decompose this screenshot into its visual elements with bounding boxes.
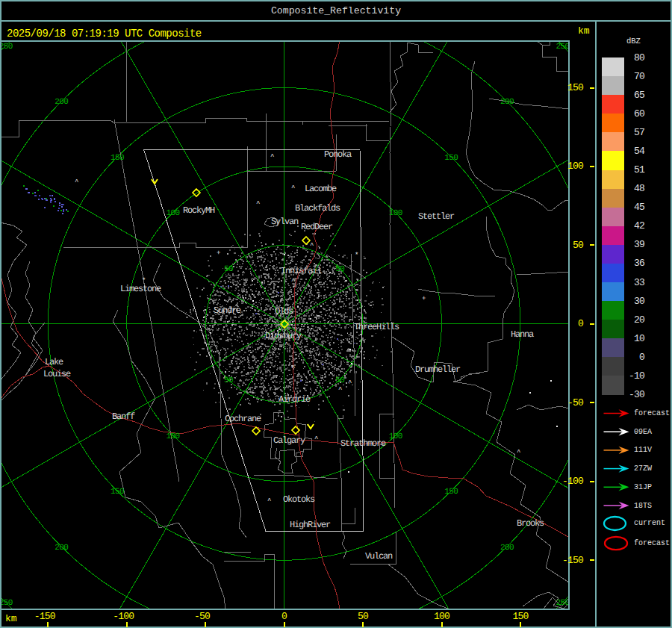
svg-text:100: 100	[166, 209, 179, 218]
svg-text:200: 200	[55, 98, 68, 107]
svg-text:*: *	[142, 277, 146, 285]
svg-text:Banff: Banff	[112, 411, 135, 422]
svg-text:^: ^	[291, 184, 295, 192]
svg-text:200: 200	[500, 98, 514, 107]
svg-text:250: 250	[556, 599, 569, 608]
svg-text:Louise: Louise	[43, 369, 71, 379]
svg-text:HighRiver: HighRiver	[290, 520, 331, 530]
svg-text:^: ^	[256, 200, 260, 208]
svg-text:+: +	[217, 249, 220, 257]
svg-text:*: *	[355, 252, 358, 259]
svg-text:^: ^	[291, 364, 295, 372]
svg-text:50: 50	[335, 376, 344, 385]
svg-text:Sylvan: Sylvan	[271, 217, 299, 227]
svg-text:^: ^	[291, 278, 295, 285]
svg-text:Stettler: Stettler	[418, 211, 455, 222]
svg-text:^: ^	[270, 153, 274, 161]
svg-text:^: ^	[310, 242, 314, 249]
svg-text:150: 150	[444, 154, 458, 163]
svg-text:Airdrie: Airdrie	[279, 394, 311, 405]
svg-text:Calgary: Calgary	[273, 435, 305, 446]
svg-text:250: 250	[0, 43, 13, 52]
svg-text:Sundre: Sundre	[214, 305, 241, 316]
svg-text:^: ^	[267, 497, 271, 505]
svg-text:Okotoks: Okotoks	[283, 494, 315, 505]
svg-text:ThreeHills: ThreeHills	[354, 322, 399, 332]
svg-text:50: 50	[224, 376, 233, 385]
svg-text:Blackfalds: Blackfalds	[295, 203, 340, 214]
svg-text:RedDeer: RedDeer	[301, 222, 333, 232]
svg-text:Lake: Lake	[45, 357, 63, 367]
svg-text:50: 50	[224, 265, 233, 274]
svg-text:Drumheller: Drumheller	[415, 364, 461, 375]
svg-text:^: ^	[284, 341, 288, 349]
svg-text:^: ^	[75, 178, 78, 186]
svg-text:^: ^	[348, 379, 352, 387]
svg-text:200: 200	[500, 544, 514, 553]
svg-text:Brooks: Brooks	[517, 518, 544, 529]
svg-text:Limestone: Limestone	[120, 284, 161, 294]
svg-text:Olds: Olds	[275, 306, 293, 317]
svg-text:100: 100	[389, 209, 402, 218]
svg-text:50: 50	[335, 265, 344, 274]
svg-text:Lacombe: Lacombe	[305, 184, 337, 194]
svg-text:Didsbury: Didsbury	[265, 331, 302, 341]
svg-text:250: 250	[556, 43, 569, 52]
svg-text:Hanna: Hanna	[511, 329, 534, 340]
svg-text:150: 150	[444, 488, 458, 497]
svg-text:Cochrane: Cochrane	[225, 414, 261, 424]
svg-text:200: 200	[55, 544, 68, 553]
svg-text:^: ^	[314, 435, 318, 443]
svg-text:100: 100	[166, 432, 179, 441]
svg-text:Ponoka: Ponoka	[324, 149, 352, 160]
svg-text:250: 250	[0, 599, 13, 608]
svg-text:+: +	[422, 295, 426, 302]
svg-text:150: 150	[111, 488, 124, 497]
svg-text:^: ^	[517, 449, 520, 456]
svg-text:RockyMH: RockyMH	[183, 205, 215, 216]
svg-text:Strathmore: Strathmore	[340, 438, 386, 449]
svg-text:150: 150	[111, 154, 124, 163]
svg-text:Innisfail: Innisfail	[281, 266, 322, 276]
svg-text:Vulcan: Vulcan	[365, 551, 393, 562]
svg-text:100: 100	[389, 432, 402, 441]
svg-text:^: ^	[338, 386, 342, 394]
